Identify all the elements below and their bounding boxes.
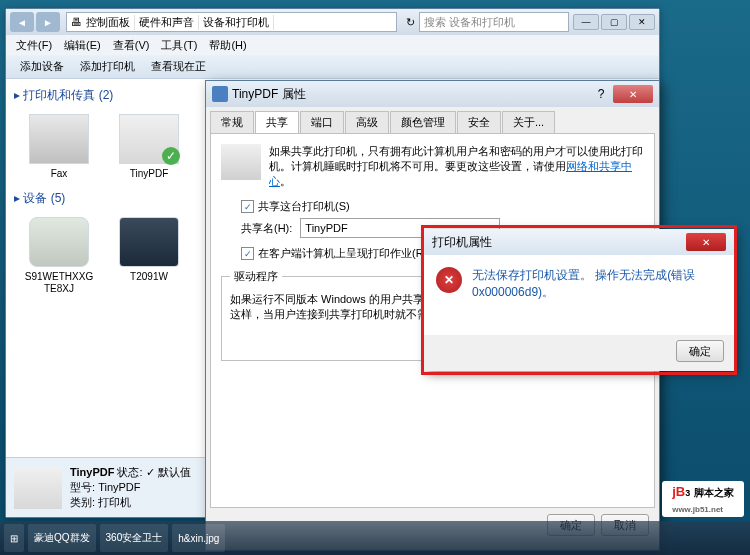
explorer-titlebar[interactable]: ◄ ► 🖶 控制面板 硬件和声音 设备和打印机 ↻ 搜索 设备和打印机 — ▢ … [6,9,659,35]
add-device-button[interactable]: 添加设备 [12,59,72,74]
start-button[interactable]: ⊞ [4,524,24,552]
render-checkbox-label: 在客户端计算机上呈现打印作业(R) [258,246,427,261]
prop-titlebar[interactable]: TinyPDF 属性 ? ✕ [206,81,659,107]
share-description: 如果共享此打印机，只有拥有此计算机用户名和密码的用户才可以使用此打印机。计算机睡… [269,144,644,189]
menu-file[interactable]: 文件(F) [10,38,58,53]
crumb-1[interactable]: 硬件和声音 [135,15,199,30]
drivers-legend: 驱动程序 [230,269,282,284]
folder-icon: 🖶 [71,16,82,28]
tab-ports[interactable]: 端口 [300,111,344,133]
share-printer-icon [221,144,261,180]
search-input[interactable]: 搜索 设备和打印机 [419,12,569,32]
tab-about[interactable]: 关于... [502,111,555,133]
nav-back[interactable]: ◄ [10,12,34,32]
tab-strip: 常规 共享 端口 高级 颜色管理 安全 关于... [206,107,659,133]
device-fax[interactable]: Fax [24,114,94,180]
task-qq[interactable]: 豪迪QQ群发 [28,524,96,552]
close-button[interactable]: ✕ [629,14,655,30]
view-progress-button[interactable]: 查看现在正 [143,59,214,74]
menu-edit[interactable]: 编辑(E) [58,38,107,53]
tab-sharing[interactable]: 共享 [255,111,299,133]
error-dialog: 打印机属性 ✕ ✕ 无法保存打印机设置。 操作无法完成(错误 0x000006d… [424,229,734,371]
printer-icon [212,86,228,102]
render-checkbox[interactable]: ✓ [241,247,254,260]
fax-icon [29,114,89,164]
close-button[interactable]: ✕ [613,85,653,103]
prop-title-text: TinyPDF 属性 [232,86,306,103]
refresh-icon[interactable]: ↻ [401,16,419,29]
disk-icon [29,217,89,267]
monitor-icon [119,217,179,267]
device-monitor[interactable]: T2091W [114,217,184,295]
crumb-2[interactable]: 设备和打印机 [199,15,274,30]
task-img[interactable]: h&xin.jpg [172,524,225,552]
tab-advanced[interactable]: 高级 [345,111,389,133]
tab-general[interactable]: 常规 [210,111,254,133]
watermark: jB3 脚本之家www.jb51.net [662,481,744,517]
help-button[interactable]: ? [589,87,613,101]
device-tinypdf[interactable]: TinyPDF [114,114,184,180]
share-checkbox-label: 共享这台打印机(S) [258,199,350,214]
detail-printer-icon [14,467,62,509]
taskbar[interactable]: ⊞ 豪迪QQ群发 360安全卫士 h&xin.jpg [0,521,750,555]
menu-view[interactable]: 查看(V) [107,38,156,53]
menu-tools[interactable]: 工具(T) [155,38,203,53]
share-checkbox[interactable]: ✓ [241,200,254,213]
close-button[interactable]: ✕ [686,233,726,251]
detail-name: TinyPDF [70,466,114,478]
error-message: 无法保存打印机设置。 操作无法完成(错误 0x000006d9)。 [472,267,722,323]
ok-button[interactable]: 确定 [676,340,724,362]
address-bar[interactable]: 🖶 控制面板 硬件和声音 设备和打印机 [66,12,397,32]
crumb-0[interactable]: 控制面板 [82,15,135,30]
printer-icon [119,114,179,164]
maximize-button[interactable]: ▢ [601,14,627,30]
menu-bar: 文件(F) 编辑(E) 查看(V) 工具(T) 帮助(H) [6,35,659,55]
share-name-label: 共享名(H): [241,221,292,236]
minimize-button[interactable]: — [573,14,599,30]
device-disk[interactable]: S91WETHXXGTE8XJ [24,217,94,295]
menu-help[interactable]: 帮助(H) [203,38,252,53]
tab-color[interactable]: 颜色管理 [390,111,456,133]
error-title-text: 打印机属性 [432,234,492,251]
error-icon: ✕ [436,267,462,293]
tab-security[interactable]: 安全 [457,111,501,133]
toolbar: 添加设备 添加打印机 查看现在正 [6,55,659,79]
task-360[interactable]: 360安全卫士 [100,524,169,552]
add-printer-button[interactable]: 添加打印机 [72,59,143,74]
nav-fwd[interactable]: ► [36,12,60,32]
error-titlebar[interactable]: 打印机属性 ✕ [424,229,734,255]
